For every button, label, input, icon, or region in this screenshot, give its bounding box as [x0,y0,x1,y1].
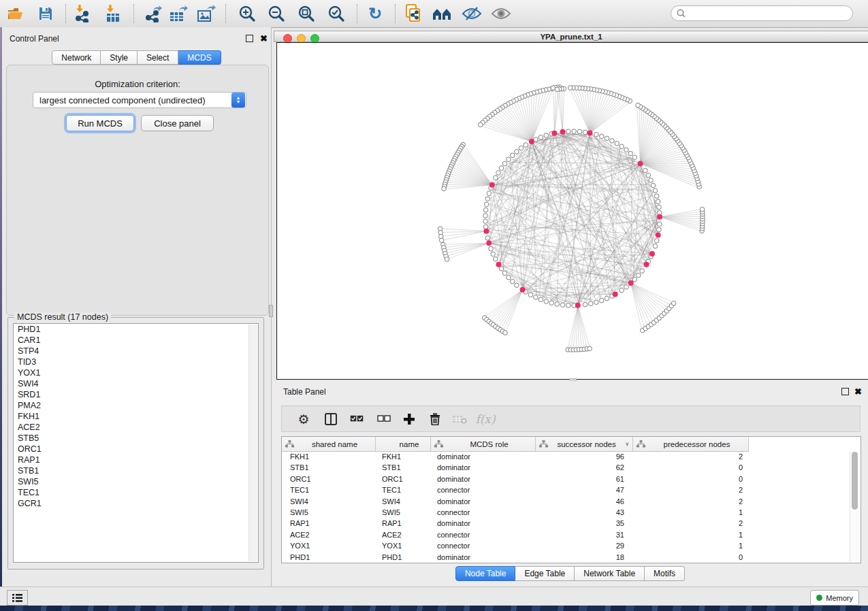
close-table-panel-icon[interactable]: ✖ [854,388,862,395]
mcds-result-list[interactable]: PHD1CAR1STP4TID3YOX1SWI4SRD1PMA2FKH1ACE2… [13,323,259,563]
cell[interactable]: 1 [633,540,749,551]
node-table[interactable]: shared namenameMCDS rolesuccessor nodes∨… [281,436,861,563]
refresh-icon[interactable]: ↻ [365,5,385,22]
search-box[interactable] [671,5,853,21]
cell[interactable]: 1 [633,529,749,540]
table-row[interactable]: SWI5SWI5connector431 [282,507,861,518]
cell[interactable]: 62 [536,462,633,473]
hide-graphics-details-icon[interactable] [462,5,482,22]
float-panel-icon[interactable] [246,35,253,42]
cell[interactable]: TEC1 [376,484,431,495]
tab-motifs[interactable]: Motifs [645,566,685,581]
cell[interactable]: SWI5 [282,507,376,518]
mcds-result-item[interactable]: SRD1 [14,389,258,400]
settings-gear-icon[interactable]: ⚙ [294,410,313,428]
mcds-result-item[interactable]: SWI5 [14,476,258,487]
cell[interactable]: RAP1 [376,518,431,529]
export-table-icon[interactable] [168,5,189,22]
cell[interactable]: RAP1 [282,518,376,529]
cell[interactable]: 18 [536,552,633,563]
mcds-result-item[interactable]: TEC1 [14,487,258,498]
cell[interactable]: 1 [633,507,749,518]
cell[interactable]: 46 [536,496,633,507]
cell[interactable]: 35 [536,518,633,529]
mcds-result-item[interactable]: CAR1 [14,335,258,346]
status-menu-button[interactable] [7,590,28,606]
table-row[interactable]: ACE2ACE2connector311 [282,529,861,540]
mcds-result-item[interactable]: TID3 [14,357,258,367]
cell[interactable]: SWI4 [282,496,376,507]
cell[interactable]: dominator [431,462,536,473]
panel-splitter-grip[interactable] [269,305,273,317]
mcds-result-item[interactable]: GCR1 [14,498,258,509]
cell[interactable]: 2 [633,518,749,529]
import-network-icon[interactable] [74,5,94,22]
table-scrollbar[interactable] [850,452,859,562]
cell[interactable]: ACE2 [282,529,376,540]
deselect-all-icon[interactable] [374,410,393,428]
cell[interactable]: dominator [431,552,536,563]
column-header-MCDS-role[interactable]: MCDS role [431,437,536,451]
cell[interactable]: 29 [536,540,633,551]
open-folder-icon[interactable] [6,5,27,22]
network-window-titlebar[interactable]: YPA_prune.txt_1 [274,31,868,42]
cell[interactable]: ORC1 [376,474,431,484]
cell[interactable]: 2 [633,484,749,495]
cell[interactable]: connector [431,529,536,540]
table-row[interactable]: YOX1YOX1connector291 [282,540,861,551]
mcds-result-item[interactable]: ORC1 [14,444,258,455]
column-manager-icon[interactable] [321,410,340,428]
network-canvas[interactable] [276,42,868,380]
cell[interactable]: dominator [431,474,536,484]
cell[interactable]: dominator [431,496,536,507]
table-row[interactable]: ORC1ORC1dominator610 [282,474,861,484]
network-from-selection-icon[interactable] [403,5,423,22]
tab-edge-table[interactable]: Edge Table [515,566,575,581]
cell[interactable]: 43 [536,507,633,518]
import-table-icon[interactable] [103,5,123,22]
zoom-in-icon[interactable] [237,5,257,22]
cell[interactable]: ORC1 [282,474,376,484]
column-header-successor-nodes[interactable]: successor nodes∨ [536,437,633,451]
cell[interactable]: 47 [536,484,633,495]
cell[interactable]: PHD1 [376,552,431,563]
cell[interactable]: 0 [633,462,749,473]
cell[interactable]: STB1 [376,462,431,473]
table-row[interactable]: RAP1RAP1dominator352 [282,518,861,529]
zoom-selected-icon[interactable] [326,5,347,22]
export-image-icon[interactable] [196,5,216,22]
cell[interactable]: STB1 [282,462,376,473]
table-row[interactable]: FKH1FKH1dominator962 [282,451,861,462]
table-row[interactable]: TEC1TEC1connector472 [282,484,861,495]
add-column-icon[interactable] [400,410,419,428]
mcds-result-item[interactable]: PMA2 [14,400,258,411]
first-neighbors-icon[interactable] [432,5,453,22]
cell[interactable]: dominator [431,451,536,462]
select-all-icon[interactable] [347,410,366,428]
cell[interactable]: dominator [431,518,536,529]
save-icon[interactable] [35,5,56,22]
cell[interactable]: 31 [536,529,633,540]
tab-node-table[interactable]: Node Table [455,566,516,581]
tab-network-table[interactable]: Network Table [575,566,645,581]
sort-chevron-icon[interactable]: ∨ [625,441,629,447]
mcds-result-item[interactable]: STP4 [14,346,258,357]
close-panel-button[interactable]: Close panel [141,115,214,131]
cell[interactable]: 0 [633,552,749,563]
cell[interactable]: connector [431,484,536,495]
show-graphics-details-icon[interactable] [491,5,511,22]
run-mcds-button[interactable]: Run MCDS [66,115,134,131]
table-row[interactable]: STB1STB1dominator620 [282,462,861,473]
column-header-shared-name[interactable]: shared name [282,437,376,451]
cell[interactable]: YOX1 [376,540,431,551]
export-network-icon[interactable] [143,5,163,22]
close-panel-icon[interactable]: ✖ [260,35,268,42]
column-header-name[interactable]: name [376,437,431,451]
cell[interactable]: connector [431,507,536,518]
cell[interactable]: PHD1 [282,552,376,563]
delete-column-icon[interactable] [425,410,445,428]
cell[interactable]: SWI4 [376,496,431,507]
memory-button[interactable]: Memory [810,590,859,606]
result-scrollbar[interactable] [248,325,257,561]
mcds-result-item[interactable]: PHD1 [14,324,258,335]
